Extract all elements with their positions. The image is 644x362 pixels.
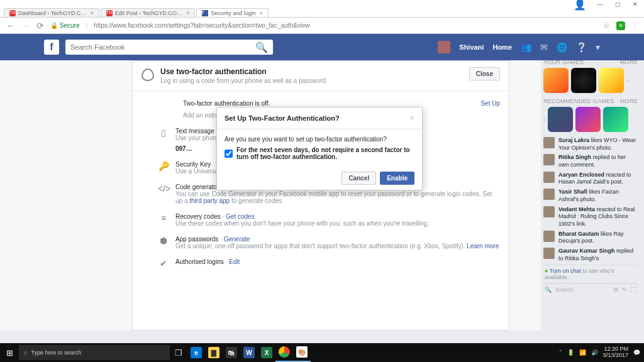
extension-icon[interactable]: N (616, 21, 625, 30)
codegen-desc: You can use Code Generator in your Faceb… (175, 190, 500, 204)
chevron-right-icon[interactable]: › (631, 116, 633, 123)
browser-tab[interactable]: TGEdit Post ‹ TechGYD.CO…× (101, 8, 196, 17)
ticker-item[interactable]: Bharat Gautam likes Ray Decuja's post. (543, 231, 638, 245)
word-icon[interactable]: W (240, 343, 258, 362)
fb-search-box[interactable]: 🔍 (65, 40, 273, 55)
close-window-button[interactable]: ✕ (633, 1, 639, 8)
minimize-button[interactable]: — (597, 1, 604, 8)
more-link[interactable]: MORE (620, 98, 638, 104)
gear-icon[interactable]: ⚙ (613, 287, 618, 293)
game-tile[interactable] (543, 68, 569, 93)
edge-icon[interactable]: e (187, 343, 205, 362)
enable-button[interactable]: Enable (380, 172, 414, 185)
search-icon: 🔍 (545, 287, 552, 293)
close-icon[interactable]: × (410, 114, 414, 123)
notifications-icon[interactable]: 💬 (633, 349, 640, 356)
chat-prompt: ● Turn on chat to see who's available. (543, 265, 638, 283)
user-icon[interactable]: 👤 (574, 0, 586, 11)
avatar[interactable] (438, 41, 450, 53)
getcodes-link[interactable]: Get codes (226, 213, 255, 220)
game-tile[interactable] (599, 68, 624, 93)
close-button[interactable]: Close (469, 67, 500, 80)
browser-tab[interactable]: TGDashboard ‹ TechGYD.C…× (4, 8, 99, 17)
tray-chevron-icon[interactable]: ˄ (559, 349, 562, 356)
facebook-icon: f (202, 10, 208, 16)
turn-on-chat-link[interactable]: Turn on chat (550, 268, 581, 274)
chat-search[interactable]: 🔍Search ⚙ ✎ ⛶ (543, 283, 638, 295)
profile-link[interactable]: Shivani (459, 43, 484, 51)
avatar (543, 206, 555, 217)
forward-button: → (21, 21, 30, 31)
close-tab-icon[interactable]: × (260, 10, 263, 16)
messages-icon[interactable]: ✉ (540, 42, 548, 52)
task-view-icon[interactable]: ❐ (170, 348, 187, 358)
phone-icon: ▯ (158, 128, 169, 152)
rec-games-header: RECOMMENDED GAMES (543, 98, 614, 104)
generate-link[interactable]: Generate (224, 236, 250, 243)
facebook-logo[interactable]: f (44, 40, 59, 55)
bookmark-icon[interactable]: ☆ (603, 21, 610, 30)
ticker-item[interactable]: Ritika Singh replied to her own comment. (543, 154, 638, 168)
back-button[interactable]: ← (6, 21, 15, 31)
right-sidebar: YOUR GAMESMORE › RECOMMENDED GAMESMORE ‹… (543, 57, 638, 295)
chrome-icon[interactable] (275, 343, 293, 362)
url-field[interactable]: https://www.facebook.com/settings?tab=se… (94, 22, 597, 29)
reload-button[interactable]: ⟳ (36, 21, 44, 31)
battery-icon[interactable]: 🔋 (567, 349, 574, 356)
store-icon[interactable]: 🛍 (223, 343, 240, 362)
explorer-icon[interactable]: ▇ (205, 343, 223, 362)
cancel-button[interactable]: Cancel (341, 172, 376, 185)
search-input[interactable] (70, 43, 255, 51)
secure-badge: 🔒 Secure (50, 22, 79, 29)
volume-icon[interactable]: 🔊 (591, 349, 598, 356)
chevron-right-icon[interactable]: › (626, 77, 628, 84)
codegen-title: Code generator (175, 184, 219, 190)
excel-icon[interactable]: X (258, 343, 275, 362)
cortana-icon: ○ (24, 349, 27, 356)
notifications-icon[interactable]: 🌐 (557, 42, 567, 52)
paint-icon[interactable]: 🎨 (293, 343, 311, 362)
close-tab-icon[interactable]: × (90, 10, 93, 16)
learnmore-link[interactable]: Learn more (467, 243, 499, 250)
setup-link[interactable]: Set Up (480, 100, 500, 107)
more-link[interactable]: MORE (620, 59, 638, 65)
wifi-icon[interactable]: 📶 (579, 349, 586, 356)
game-tile[interactable] (571, 68, 596, 93)
tab-label: Security and login (211, 10, 256, 16)
settings-dropdown-icon[interactable]: ▾ (596, 42, 600, 52)
grace-checkbox[interactable] (225, 147, 233, 160)
close-tab-icon[interactable]: × (186, 10, 189, 16)
ticker-item[interactable]: Suraj Lakra likes WYO - Wear Your Opinio… (543, 137, 638, 151)
game-tile[interactable] (548, 107, 573, 132)
start-button[interactable]: ⊞ (0, 348, 19, 358)
ticker-item[interactable]: Yasir Shafi likes Faizan Ashraf's photo. (543, 189, 638, 203)
avatar (543, 248, 555, 259)
menu-icon[interactable]: ⋮ (631, 22, 638, 29)
home-link[interactable]: Home (492, 43, 512, 51)
browser-tab-active[interactable]: fSecurity and login× (196, 8, 269, 17)
check-icon: ✔ (158, 258, 169, 268)
ticker-item[interactable]: Gaurav Kumar Singh replied to Ritika Sin… (543, 248, 638, 262)
expand-icon[interactable]: ⛶ (631, 287, 636, 293)
third-party-link[interactable]: third party app (189, 197, 230, 204)
settings-panel: Use two-factor authentication Log in usi… (132, 60, 509, 331)
edit-link[interactable]: Edit (229, 258, 240, 265)
ticker-item[interactable]: Vedant Mehta reacted to Real Madrid : Ru… (543, 206, 638, 228)
maximize-button[interactable]: ▢ (615, 1, 621, 8)
ticker-item[interactable]: Aaryan Enclosed reacted to Hasan Jamal Z… (543, 172, 638, 186)
address-bar: ← → ⟳ 🔒 Secure | https://www.facebook.co… (0, 18, 644, 34)
game-tile[interactable] (603, 107, 628, 132)
window-titlebar: 👤 — ▢ ✕ (0, 0, 644, 9)
cortana-search[interactable]: ○Type here to search (19, 345, 170, 360)
chevron-left-icon[interactable]: ‹ (543, 116, 545, 123)
avatar (543, 172, 555, 183)
help-icon[interactable]: ❔ (576, 42, 587, 52)
edit-icon[interactable]: ✎ (622, 287, 627, 293)
checkbox-label: For the next seven days, do not require … (236, 146, 414, 160)
key-icon: 🔑 (158, 161, 169, 175)
avatar (543, 137, 555, 148)
game-tile[interactable] (575, 107, 601, 132)
clock[interactable]: 12:20 PM5/13/2017 (603, 346, 628, 359)
friend-requests-icon[interactable]: 👥 (521, 42, 531, 52)
search-icon[interactable]: 🔍 (255, 41, 268, 53)
